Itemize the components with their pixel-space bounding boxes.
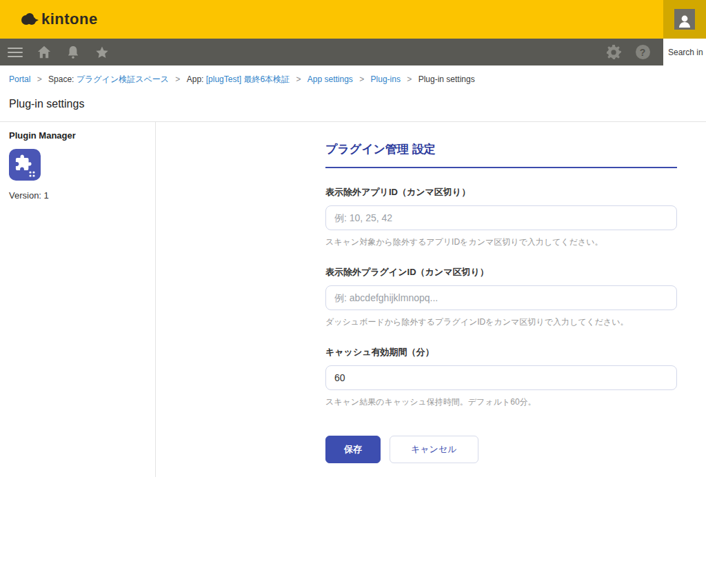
plugin-version: Version: 1 <box>9 190 146 201</box>
breadcrumb: Portal > Space: プラグイン検証スペース > App: [plug… <box>0 65 706 88</box>
logo-text: kintone <box>41 10 98 28</box>
excluded-plugin-ids-label: 表示除外プラグインID（カンマ区切り） <box>325 266 677 278</box>
breadcrumb-link-space[interactable]: プラグイン検証スペース <box>77 74 169 84</box>
header-user-area <box>663 0 706 39</box>
breadcrumb-separator: > <box>407 74 412 84</box>
home-icon[interactable] <box>36 44 52 61</box>
breadcrumb-separator: > <box>175 74 180 84</box>
cancel-button[interactable]: キャンセル <box>390 436 478 463</box>
excluded-plugin-ids-help: ダッシュボードから除外するプラグインIDをカンマ区切りで入力してください。 <box>325 316 677 328</box>
breadcrumb-app-prefix: App: <box>187 74 206 84</box>
form-buttons: 保存 キャンセル <box>325 436 677 463</box>
help-icon[interactable]: ? <box>634 44 651 61</box>
breadcrumb-link-app[interactable]: [plugTest] 最終6本検証 <box>206 74 290 84</box>
form-heading: プラグイン管理 設定 <box>325 141 677 168</box>
breadcrumb-link-portal[interactable]: Portal <box>9 74 30 84</box>
search-input[interactable]: Search in <box>663 39 706 65</box>
breadcrumb-link-plugins[interactable]: Plug-ins <box>371 74 401 84</box>
breadcrumb-link-app-settings[interactable]: App settings <box>307 74 353 84</box>
user-avatar[interactable] <box>674 9 695 30</box>
content-area: Plugin Manager Version: 1 プラグイン管理 設定 表示除… <box>0 122 706 477</box>
settings-gear-icon[interactable] <box>605 44 622 61</box>
kintone-cloud-icon <box>21 12 39 27</box>
breadcrumb-separator: > <box>296 74 301 84</box>
toolbar-right-group: ? Search in <box>605 39 706 65</box>
settings-main: プラグイン管理 設定 表示除外アプリID（カンマ区切り） スキャン対象から除外す… <box>156 122 706 477</box>
cache-duration-help: スキャン結果のキャッシュ保持時間。デフォルト60分。 <box>325 396 677 408</box>
cache-duration-label: キャッシュ有効期間（分） <box>325 346 677 358</box>
breadcrumb-space-prefix: Space: <box>48 74 77 84</box>
plugin-sidebar: Plugin Manager Version: 1 <box>0 122 156 477</box>
excluded-plugin-ids-input[interactable] <box>325 285 677 310</box>
save-button[interactable]: 保存 <box>325 436 381 463</box>
plugin-name: Plugin Manager <box>9 130 146 141</box>
excluded-app-ids-input[interactable] <box>325 205 677 230</box>
toolbar: ? Search in <box>0 39 706 65</box>
breadcrumb-separator: > <box>359 74 364 84</box>
breadcrumb-separator: > <box>37 74 42 84</box>
kintone-logo[interactable]: kintone <box>21 10 98 28</box>
help-question-mark: ? <box>636 45 650 59</box>
plugin-puzzle-icon <box>9 149 41 181</box>
plugin-settings-form: プラグイン管理 設定 表示除外アプリID（カンマ区切り） スキャン対象から除外す… <box>325 141 677 463</box>
hamburger-bars <box>8 48 23 57</box>
cache-duration-input[interactable] <box>325 365 677 390</box>
breadcrumb-current: Plug-in settings <box>418 74 475 84</box>
excluded-app-ids-help: スキャン対象から除外するアプリIDをカンマ区切りで入力してください。 <box>325 236 677 248</box>
app-header: kintone <box>0 0 706 39</box>
person-icon <box>677 13 692 30</box>
favorite-star-icon[interactable] <box>94 44 110 61</box>
excluded-app-ids-label: 表示除外アプリID（カンマ区切り） <box>325 186 677 199</box>
hamburger-menu-icon[interactable] <box>7 44 23 61</box>
notification-bell-icon[interactable] <box>65 44 81 61</box>
page-title: Plug-in settings <box>0 88 706 121</box>
